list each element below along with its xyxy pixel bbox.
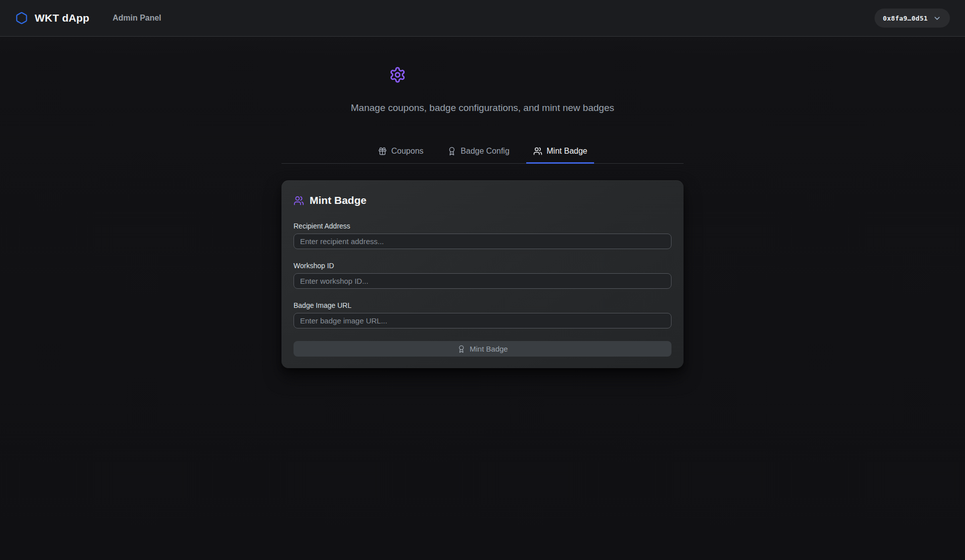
tab-badge-config[interactable]: Badge Config [440,145,517,164]
wallet-address-button[interactable]: 0x8fa9…0d51 [875,9,950,28]
brand-title: WKT dApp [35,12,89,24]
brand[interactable]: WKT dApp [15,12,89,25]
mint-badge-panel: Mint Badge Recipient Address Workshop ID… [281,180,684,368]
mint-badge-button-label: Mint Badge [470,345,508,353]
users-icon [294,195,304,206]
tab-coupons[interactable]: Coupons [371,145,431,164]
chevron-down-icon [933,14,941,23]
panel-title: Mint Badge [310,194,366,206]
gear-icon [389,66,406,83]
recipient-address-input[interactable] [294,234,671,249]
tab-label: Badge Config [461,147,510,156]
workshop-id-label: Workshop ID [294,262,671,270]
tab-mint-badge[interactable]: Mint Badge [526,145,595,164]
topbar: WKT dApp Admin Panel 0x8fa9…0d51 [0,0,965,37]
mint-badge-form: Recipient Address Workshop ID Badge Imag… [294,222,671,357]
page-title: Admin Dashboard [414,64,576,85]
workshop-id-input[interactable] [294,273,671,289]
tab-label: Coupons [392,147,424,156]
tab-bar: Coupons Badge Config Mint Badge [281,145,684,164]
wallet-address: 0x8fa9…0d51 [883,15,928,22]
award-icon [457,345,465,353]
mint-badge-button[interactable]: Mint Badge [294,341,671,357]
gift-icon [378,147,387,156]
badge-image-url-input[interactable] [294,313,671,328]
page-subtitle: Manage coupons, badge configurations, an… [0,102,965,114]
hero: Admin Dashboard Manage coupons, badge co… [0,64,965,114]
nav-link-admin-panel[interactable]: Admin Panel [113,14,161,23]
hexagon-logo-icon [15,12,28,25]
badge-image-url-label: Badge Image URL [294,301,671,309]
tab-label: Mint Badge [547,147,588,156]
users-icon [533,147,542,156]
award-icon [447,147,456,156]
recipient-address-label: Recipient Address [294,222,671,230]
